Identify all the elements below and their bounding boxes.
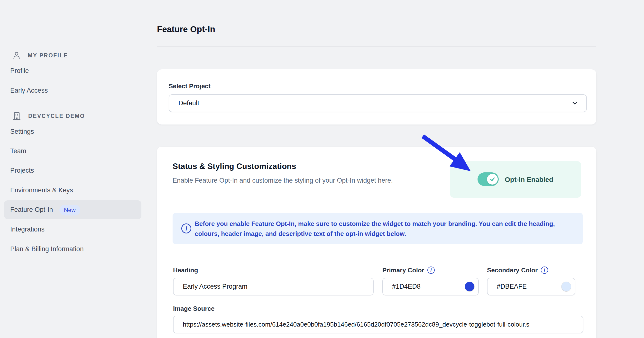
opt-in-toggle-label: Opt-In Enabled	[505, 176, 553, 184]
sidebar-item-integrations[interactable]: Integrations	[10, 223, 44, 236]
sidebar-item-environments-keys[interactable]: Environments & Keys	[10, 184, 73, 197]
sidebar-item-label: Projects	[10, 167, 34, 174]
new-badge: New	[60, 205, 80, 215]
heading-input[interactable]	[173, 278, 374, 296]
sidebar-item-label: Integrations	[10, 226, 44, 233]
heading-label: Heading	[173, 266, 198, 275]
sidebar-item-early-access[interactable]: Early Access	[10, 84, 48, 97]
select-project-label: Select Project	[169, 82, 210, 90]
primary-color-label-text: Primary Color	[382, 266, 424, 275]
toggle-knob	[487, 174, 498, 185]
secondary-color-swatch[interactable]	[562, 282, 571, 291]
sidebar-item-settings[interactable]: Settings	[10, 125, 34, 138]
secondary-color-label-text: Secondary Color	[487, 266, 538, 275]
sidebar-item-label: Settings	[10, 128, 34, 135]
opt-in-toggle[interactable]	[478, 172, 499, 186]
sidebar-item-team[interactable]: Team	[10, 144, 26, 158]
page-title: Feature Opt-In	[157, 23, 215, 35]
sidebar-item-profile[interactable]: Profile	[10, 64, 29, 77]
chevron-down-icon	[571, 99, 578, 107]
section-title: Status & Styling Customizations	[172, 161, 296, 172]
primary-color-input[interactable]	[382, 278, 479, 296]
sidebar-item-label: Early Access	[10, 87, 48, 94]
secondary-color-label: Secondary Color i	[487, 266, 548, 275]
sidebar-item-label: Plan & Billing Information	[10, 245, 84, 253]
building-icon	[12, 111, 22, 121]
title-divider	[157, 46, 596, 47]
sidebar-item-label: Team	[10, 147, 26, 155]
sidebar-item-projects[interactable]: Projects	[10, 164, 34, 177]
info-banner: i Before you enable Feature Opt-In, make…	[172, 213, 583, 244]
sidebar-item-feature-opt-in[interactable]: Feature Opt-InNew	[4, 200, 142, 219]
info-icon[interactable]: i	[428, 267, 435, 274]
sidebar-item-label: Environments & Keys	[10, 187, 73, 194]
sidebar-section-label: DEVCYCLE DEMO	[28, 113, 85, 119]
image-source-label-text: Image Source	[173, 304, 215, 313]
project-select-value: Default	[178, 99, 199, 107]
sidebar-item-label: Feature Opt-In	[10, 206, 53, 213]
check-icon	[489, 176, 496, 182]
sidebar-item-label: Profile	[10, 67, 29, 74]
sidebar-item-plan-billing[interactable]: Plan & Billing Information	[10, 242, 84, 256]
image-source-input[interactable]	[173, 316, 584, 334]
project-select[interactable]: Default	[169, 94, 587, 112]
sidebar-section-label: MY PROFILE	[28, 52, 68, 59]
section-divider	[172, 200, 583, 200]
info-icon: i	[181, 224, 191, 233]
sidebar-section-my-profile: MY PROFILE	[12, 49, 68, 62]
section-subtitle: Enable Feature Opt-In and customize the …	[172, 176, 393, 185]
primary-color-label: Primary Color i	[382, 266, 435, 275]
heading-label-text: Heading	[173, 266, 198, 275]
info-icon[interactable]: i	[541, 267, 548, 274]
info-banner-text: Before you enable Feature Opt-In, make s…	[195, 219, 557, 239]
opt-in-toggle-panel: Opt-In Enabled	[450, 161, 581, 198]
user-icon	[12, 51, 21, 60]
image-source-label: Image Source	[173, 304, 215, 313]
sidebar-section-devcycle-demo: DEVCYCLE DEMO	[12, 109, 85, 123]
sidebar: MY PROFILE Profile Early Access DEVCYCLE…	[0, 0, 148, 338]
primary-color-swatch[interactable]	[465, 282, 474, 291]
